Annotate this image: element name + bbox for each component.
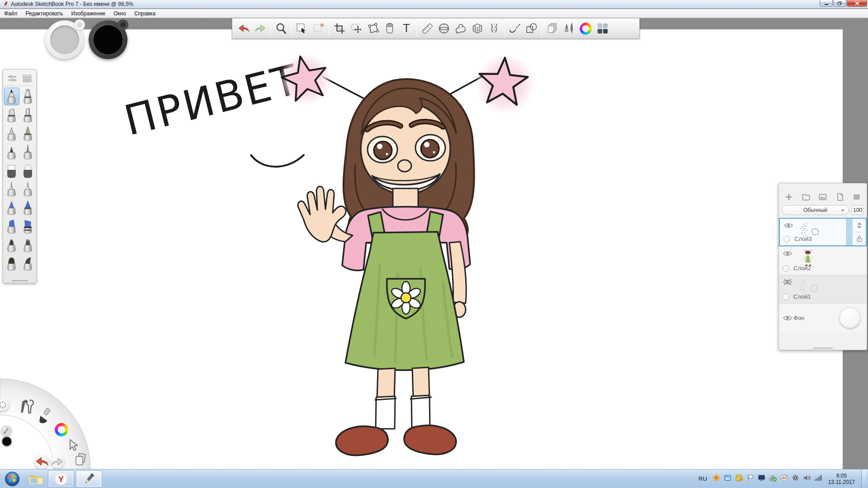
menu-edit[interactable]: Редактировать — [22, 9, 67, 18]
background-color-circle[interactable] — [840, 307, 860, 328]
redo-button[interactable] — [252, 19, 269, 38]
brush-blue-marker[interactable] — [20, 199, 36, 216]
taskbar-yandex-button[interactable]: Y — [48, 470, 74, 488]
background-layer-row[interactable]: Фон — [779, 303, 867, 332]
crop-tool-button[interactable] — [331, 19, 348, 38]
visibility-eye-icon[interactable] — [783, 250, 793, 257]
minimize-button[interactable] — [820, 0, 833, 7]
usb-device-icon[interactable] — [769, 474, 777, 483]
move-selection-button[interactable] — [348, 19, 364, 38]
current-color-black-icon[interactable] — [2, 437, 11, 446]
layer-row-1[interactable]: Слой1 — [779, 275, 867, 303]
brush-angled-brush[interactable] — [20, 254, 36, 272]
cloud-21-icon[interactable]: 21 — [780, 474, 788, 483]
layer-row-2[interactable]: Слой2 — [779, 246, 867, 275]
brush-library-menu-icon[interactable] — [22, 74, 33, 84]
volume-icon[interactable] — [803, 474, 811, 483]
brush-fine-pen[interactable] — [4, 180, 19, 198]
lagoon-redo-button[interactable] — [51, 455, 64, 469]
photo-viewer-icon[interactable] — [724, 474, 731, 483]
ellipse-guide-button[interactable] — [435, 19, 452, 38]
import-image-icon[interactable] — [818, 192, 827, 203]
package-warning-icon[interactable] — [735, 474, 743, 483]
close-button[interactable] — [847, 0, 867, 7]
brush-blue-felt-pen[interactable] — [4, 199, 19, 216]
brush-hard-eraser[interactable] — [4, 162, 19, 179]
layer-radio[interactable] — [783, 265, 789, 272]
display-icon[interactable] — [758, 474, 765, 483]
menu-window[interactable]: Окно — [109, 9, 130, 18]
opacity-field[interactable]: 100 — [851, 205, 864, 215]
defender-gear-icon[interactable] — [792, 474, 799, 483]
brush-flat-marker[interactable] — [20, 106, 36, 124]
brush-blue-chisel-marker[interactable] — [4, 217, 19, 235]
start-button[interactable] — [1, 470, 24, 488]
paintbrush-icon[interactable] — [37, 408, 53, 424]
layers-panel-header[interactable] — [779, 183, 867, 192]
brush-library-button[interactable] — [561, 19, 577, 38]
undo-button[interactable] — [235, 19, 252, 38]
menu-image[interactable]: Изображение — [67, 9, 109, 18]
layer-lock-icon[interactable] — [853, 232, 866, 245]
brush-scruffy-brush[interactable] — [20, 236, 36, 253]
lagoon-undo-button[interactable] — [34, 454, 49, 469]
polyline-selection-button[interactable] — [364, 19, 381, 38]
visibility-eye-off-icon[interactable] — [783, 278, 793, 286]
color-wheel-icon[interactable] — [55, 423, 68, 436]
visibility-eye-icon[interactable] — [783, 222, 793, 229]
color-wheel-button[interactable] — [577, 19, 594, 38]
show-desktop-button[interactable] — [861, 469, 866, 488]
clock[interactable]: 9:05 13.11.2017 — [828, 473, 855, 485]
secondary-color-puck[interactable] — [89, 20, 127, 59]
language-indicator[interactable]: RU — [698, 475, 707, 482]
taskbar-explorer-button[interactable] — [25, 470, 46, 488]
layer-row-3[interactable]: Слой3 — [779, 218, 867, 246]
palette-grip[interactable] — [12, 280, 28, 282]
brush-ink-pen[interactable] — [20, 143, 36, 161]
layers-icon[interactable] — [73, 452, 88, 468]
text-tool-button[interactable]: T — [398, 19, 415, 38]
restore-button[interactable] — [833, 0, 846, 7]
brush-silver-pen[interactable] — [20, 180, 36, 198]
drawing-canvas[interactable]: ПРИВЕТ — [0, 29, 843, 469]
layer-radio[interactable] — [783, 294, 789, 300]
copy-merged-button[interactable] — [544, 19, 561, 38]
brush-round-brush[interactable] — [4, 236, 19, 253]
brush-airbrush[interactable] — [20, 88, 36, 105]
select-tool-button[interactable] — [293, 19, 310, 38]
perspective-guide-button[interactable] — [469, 19, 486, 38]
current-brush-pencil-icon[interactable] — [1, 425, 12, 436]
brush-blue-wide-marker[interactable] — [20, 217, 36, 235]
symmetry-button[interactable] — [486, 19, 502, 38]
brush-settings-icon[interactable] — [7, 74, 18, 84]
brush-large-brush[interactable] — [4, 254, 19, 272]
brush-chisel-marker[interactable] — [4, 106, 19, 124]
brush-soft-eraser[interactable] — [20, 162, 36, 179]
brush-ballpoint-pen[interactable] — [4, 125, 19, 142]
network-signal-icon[interactable] — [814, 474, 822, 483]
add-layer-icon[interactable] — [784, 192, 793, 203]
cursor-icon[interactable] — [66, 439, 80, 454]
shapes-tool-button[interactable] — [523, 19, 540, 38]
deselect-button[interactable] — [310, 19, 327, 38]
brush-paintbrush[interactable] — [20, 125, 36, 142]
layer-group-icon[interactable] — [802, 192, 811, 203]
layer-reorder-icon[interactable] — [853, 219, 866, 232]
taskbar-sketchbook-button[interactable] — [76, 470, 102, 488]
layer-radio[interactable] — [783, 236, 790, 243]
fill-tool-button[interactable] — [381, 19, 398, 38]
action-center-flag-icon[interactable] — [746, 474, 754, 483]
ruler-tool-button[interactable] — [419, 19, 435, 38]
visibility-eye-icon[interactable] — [783, 314, 793, 322]
zoom-tool-button[interactable] — [273, 19, 289, 38]
flower-icon[interactable] — [712, 474, 720, 483]
tools-icon[interactable] — [19, 398, 35, 414]
duplicate-layer-icon[interactable] — [835, 192, 844, 203]
french-curve-button[interactable] — [452, 19, 469, 38]
copic-swatches-button[interactable] — [594, 19, 611, 38]
menu-help[interactable]: Справка — [130, 9, 160, 18]
blend-mode-dropdown[interactable]: Обычный — [782, 205, 849, 215]
brush-pencil[interactable] — [4, 88, 19, 105]
panel-grip[interactable] — [813, 347, 833, 349]
primary-color-puck[interactable] — [45, 20, 84, 59]
